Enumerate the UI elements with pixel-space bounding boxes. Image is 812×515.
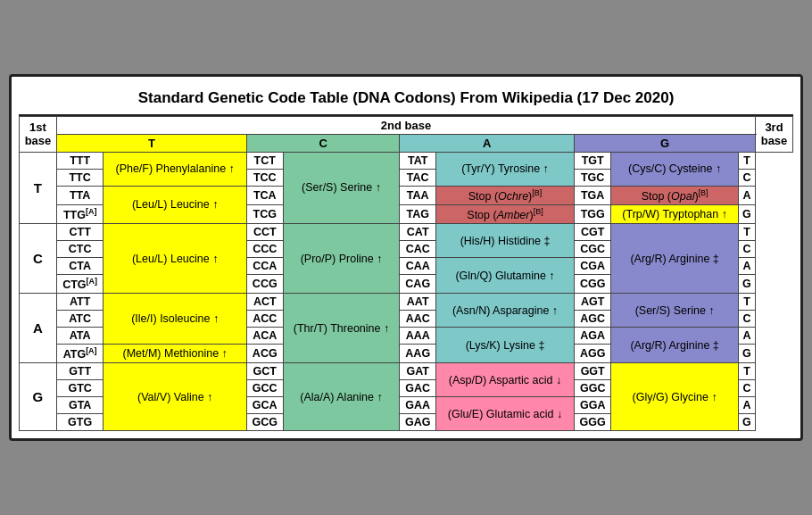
third-T-ATT: T: [738, 294, 755, 311]
table-row: A ATT (Ile/I) Isoleucine ↑ ACT (Thr/T) T…: [20, 294, 793, 311]
codon-TTT: TTT: [56, 152, 103, 169]
codon-CTG: CTG[A]: [56, 275, 103, 294]
codon-GTA: GTA: [56, 397, 103, 414]
amino-AspD: (Asp/D) Aspartic acid ↓: [436, 363, 575, 397]
third-A-TTA: A: [738, 186, 755, 204]
codon-ACG: ACG: [246, 345, 283, 363]
codon-GTT: GTT: [56, 363, 103, 380]
third-C-GTC: C: [738, 380, 755, 397]
third-G-TTG: G: [738, 204, 755, 223]
codon-TCT: TCT: [246, 152, 283, 169]
codon-TAG: TAG: [400, 204, 436, 223]
amino-LysK: (Lys/K) Lysine ‡: [436, 328, 575, 363]
codon-GCT: GCT: [246, 363, 283, 380]
amino-ArgR-A: (Arg/R) Arginine ‡: [611, 328, 739, 363]
codon-TAA: TAA: [400, 186, 436, 204]
third-C-TTC: C: [738, 169, 755, 186]
third-G-ATG: G: [738, 345, 755, 363]
codon-AGT: AGT: [575, 294, 611, 311]
codon-GTG: GTG: [56, 414, 103, 431]
codon-AGA: AGA: [575, 328, 611, 345]
codon-ATT: ATT: [56, 294, 103, 311]
table-title: Standard Genetic Code Table (DNA Codons)…: [19, 84, 793, 116]
codon-AAC: AAC: [400, 311, 436, 328]
first-base-T: T: [20, 152, 57, 223]
third-A-GTA: A: [738, 397, 755, 414]
codon-CGA: CGA: [575, 258, 611, 275]
codon-CGT: CGT: [575, 224, 611, 241]
first-base-A: A: [20, 294, 57, 363]
amino-CysC: (Cys/C) Cysteine ↑: [611, 152, 739, 186]
codon-GGG: GGG: [575, 414, 611, 431]
codon-CTC: CTC: [56, 241, 103, 258]
amino-AlaA: (Ala/A) Alanine ↑: [283, 363, 400, 431]
amino-MetM: (Met/M) Methionine ↑: [104, 345, 247, 363]
codon-GTC: GTC: [56, 380, 103, 397]
codon-TTG: TTG[A]: [56, 204, 103, 223]
codon-GGT: GGT: [575, 363, 611, 380]
amino-LeuL-C: (Leu/L) Leucine ↑: [104, 224, 247, 294]
amino-stop-ochre: Stop (Ochre)[B]: [436, 186, 575, 204]
amino-ValV: (Val/V) Valine ↑: [104, 363, 247, 431]
codon-TGA: TGA: [575, 186, 611, 204]
col-G-header: G: [575, 134, 756, 152]
amino-SerS-A: (Ser/S) Serine ↑: [611, 294, 739, 328]
third-A-ATA: A: [738, 328, 755, 345]
amino-HisH: (His/H) Histidine ‡: [436, 224, 575, 258]
codon-CCT: CCT: [246, 224, 283, 241]
amino-PheF: (Phe/F) Phenylalanine ↑: [104, 152, 247, 186]
codon-CCG: CCG: [246, 275, 283, 294]
table-row: G GTT (Val/V) Valine ↑ GCT (Ala/A) Alani…: [20, 363, 793, 380]
codon-ACC: ACC: [246, 311, 283, 328]
table-row: TTA (Leu/L) Leucine ↑ TCA TAA Stop (Ochr…: [20, 186, 793, 204]
codon-TTA: TTA: [56, 186, 103, 204]
third-G-CTG: G: [738, 275, 755, 294]
third-A-CTA: A: [738, 258, 755, 275]
codon-CGC: CGC: [575, 241, 611, 258]
amino-LeuL-T: (Leu/L) Leucine ↑: [104, 186, 247, 223]
amino-IleI: (Ile/I) Isoleucine ↑: [104, 294, 247, 345]
codon-TGT: TGT: [575, 152, 611, 169]
codon-CGG: CGG: [575, 275, 611, 294]
table-row: T TTT (Phe/F) Phenylalanine ↑ TCT (Ser/S…: [20, 152, 793, 169]
codon-ACA: ACA: [246, 328, 283, 345]
codon-TCA: TCA: [246, 186, 283, 204]
codon-TTC: TTC: [56, 169, 103, 186]
second-base-header: 2nd base: [56, 116, 755, 134]
codon-ACT: ACT: [246, 294, 283, 311]
col-T-header: T: [56, 134, 246, 152]
codon-AAA: AAA: [400, 328, 436, 345]
third-T-TTT: T: [738, 152, 755, 169]
codon-GAA: GAA: [400, 397, 436, 414]
codon-ATA: ATA: [56, 328, 103, 345]
codon-GGA: GGA: [575, 397, 611, 414]
third-G-GTG: G: [738, 414, 755, 431]
codon-CCC: CCC: [246, 241, 283, 258]
genetic-code-table-container: Standard Genetic Code Table (DNA Codons)…: [9, 74, 803, 442]
col-C-header: C: [246, 134, 399, 152]
codon-GAT: GAT: [400, 363, 436, 380]
amino-ProP: (Pro/P) Proline ↑: [283, 224, 400, 294]
codon-ATG: ATG[A]: [56, 345, 103, 363]
amino-GlyG: (Gly/G) Glycine ↑: [611, 363, 739, 431]
codon-GAC: GAC: [400, 380, 436, 397]
codon-AGC: AGC: [575, 311, 611, 328]
first-base-header: 1stbase: [20, 116, 57, 152]
first-base-G: G: [20, 363, 57, 431]
codon-AGG: AGG: [575, 345, 611, 363]
amino-ThrT: (Thr/T) Threonine ↑: [283, 294, 400, 363]
amino-TyrY: (Tyr/Y) Tyrosine ↑: [436, 152, 575, 186]
codon-GGC: GGC: [575, 380, 611, 397]
codon-CTT: CTT: [56, 224, 103, 241]
codon-CTA: CTA: [56, 258, 103, 275]
first-base-C: C: [20, 224, 57, 294]
codon-ATC: ATC: [56, 311, 103, 328]
codon-CAG: CAG: [400, 275, 436, 294]
codon-CAA: CAA: [400, 258, 436, 275]
amino-AsnN: (Asn/N) Asparagine ↑: [436, 294, 575, 328]
codon-TAC: TAC: [400, 169, 436, 186]
codon-GAG: GAG: [400, 414, 436, 431]
table-row: C CTT (Leu/L) Leucine ↑ CCT (Pro/P) Prol…: [20, 224, 793, 241]
codon-AAG: AAG: [400, 345, 436, 363]
third-base-header: 3rdbase: [756, 116, 793, 152]
